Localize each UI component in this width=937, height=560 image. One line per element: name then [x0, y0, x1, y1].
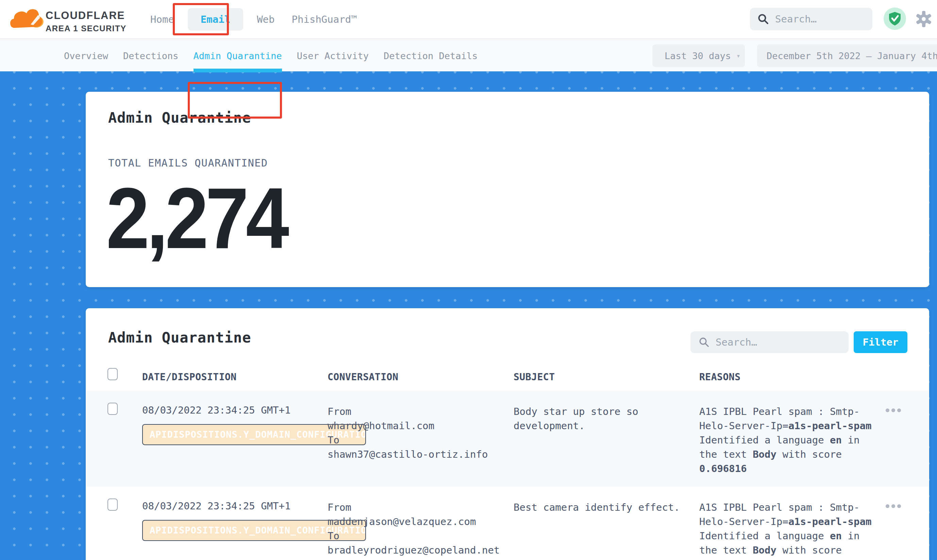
top-header: CLOUDFLARE AREA 1 SECURITY Home Email We… — [0, 0, 937, 39]
conversation-cell: From whardy@hotmail.com To shawn37@casti… — [327, 405, 511, 462]
email-section-nav: Overview Detections Admin Quarantine Use… — [0, 40, 937, 71]
column-header-conversation: CONVERSATION — [327, 371, 398, 383]
conv-from-email[interactable]: maddenjason@velazquez.com — [327, 514, 511, 529]
dotted-blue-background: Admin Quarantine TOTAL EMAILS QUARANTINE… — [0, 71, 937, 560]
subject-cell: Best camera identify effect. — [514, 500, 684, 514]
select-all-checkbox[interactable] — [108, 368, 118, 380]
total-quarantined-value: 2,274 — [106, 175, 286, 261]
tab-user-activity[interactable]: User Activity — [297, 40, 369, 72]
row-date: 08/03/2022 23:34:25 GMT+1 — [142, 500, 327, 512]
brand-text: CLOUDFLARE AREA 1 SECURITY — [46, 9, 127, 33]
row-actions-ellipsis-icon[interactable] — [886, 408, 901, 412]
total-quarantined-label: TOTAL EMAILS QUARANTINED — [108, 157, 268, 169]
protection-status-badge[interactable] — [884, 8, 906, 30]
conversation-cell: From maddenjason@velazquez.com To bradle… — [327, 500, 511, 557]
conv-to-email[interactable]: shawn37@castillo-ortiz.info — [327, 447, 511, 462]
date-range-text: December 5th 2022 — January 4th 2023 — [767, 51, 937, 61]
gear-icon[interactable] — [915, 10, 932, 28]
summary-card-title: Admin Quarantine — [108, 109, 252, 126]
nav-item-web[interactable]: Web — [253, 14, 278, 25]
row-actions-ellipsis-icon[interactable] — [886, 504, 901, 508]
filter-button[interactable]: Filter — [854, 331, 908, 353]
date-range-value[interactable]: December 5th 2022 — January 4th 2023 — [757, 45, 937, 67]
date-range-dropdown[interactable]: Last 30 days ▾ — [652, 45, 745, 67]
row-date: 08/03/2022 23:34:25 GMT+1 — [142, 405, 327, 416]
conv-from-label: From — [327, 500, 511, 514]
brand-line2: AREA 1 SECURITY — [46, 24, 127, 33]
tab-overview[interactable]: Overview — [64, 40, 108, 72]
column-header-subject: SUBJECT — [514, 371, 555, 383]
cloudflare-logo-icon — [9, 5, 43, 32]
column-header-date-disposition: DATE/DISPOSITION — [142, 371, 237, 383]
reasons-cell: A1S IPBL Pearl spam : Smtp-Helo-Server-I… — [699, 405, 874, 476]
quarantine-table-body: 08/03/2022 23:34:25 GMT+1 APIDISPOSITION… — [86, 391, 929, 560]
global-search-placeholder: Search… — [775, 13, 817, 25]
table-search-placeholder: Search… — [716, 336, 757, 348]
date-disposition-cell: 08/03/2022 23:34:25 GMT+1 APIDISPOSITION… — [142, 500, 327, 541]
shield-check-icon — [888, 11, 901, 26]
tab-admin-quarantine-label: Admin Quarantine — [193, 51, 282, 61]
date-range-dropdown-label: Last 30 days — [665, 51, 731, 61]
table-search-input[interactable]: Search… — [690, 331, 849, 353]
table-card-title: Admin Quarantine — [108, 329, 252, 346]
subnav-items: Overview Detections Admin Quarantine Use… — [64, 40, 477, 72]
app-root: CLOUDFLARE AREA 1 SECURITY Home Email We… — [0, 0, 937, 560]
brand-line1: CLOUDFLARE — [46, 9, 127, 22]
row-checkbox[interactable] — [108, 498, 118, 511]
quarantine-table-card: Admin Quarantine Search… Filter DATE/DIS… — [86, 308, 929, 560]
table-header-row: DATE/DISPOSITION CONVERSATION SUBJECT RE… — [86, 365, 929, 391]
search-icon — [699, 337, 710, 348]
tab-detections[interactable]: Detections — [123, 40, 179, 72]
subject-cell: Body star up store so development. — [514, 405, 684, 433]
table-row: 08/03/2022 23:34:25 GMT+1 APIDISPOSITION… — [86, 486, 929, 560]
tab-admin-quarantine[interactable]: Admin Quarantine — [193, 40, 282, 72]
active-tab-underline — [193, 69, 282, 72]
nav-item-email[interactable]: Email — [188, 8, 243, 31]
conv-to-email[interactable]: bradleyrodriguez@copeland.net — [327, 543, 511, 557]
conv-to-label: To — [327, 529, 511, 543]
chevron-down-icon: ▾ — [736, 52, 740, 60]
row-checkbox[interactable] — [108, 403, 118, 415]
search-icon — [758, 13, 769, 25]
quarantine-summary-card: Admin Quarantine TOTAL EMAILS QUARANTINE… — [86, 92, 929, 287]
tab-detection-details[interactable]: Detection Details — [384, 40, 477, 72]
date-disposition-cell: 08/03/2022 23:34:25 GMT+1 APIDISPOSITION… — [142, 405, 327, 445]
reasons-cell: A1S IPBL Pearl spam : Smtp-Helo-Server-I… — [699, 500, 874, 560]
conv-from-label: From — [327, 405, 511, 418]
nav-item-phishguard[interactable]: PhishGuard™ — [289, 14, 361, 25]
conv-to-label: To — [327, 433, 511, 447]
column-header-reasons: REASONS — [699, 371, 741, 383]
nav-item-home[interactable]: Home — [147, 14, 178, 25]
global-search-input[interactable]: Search… — [750, 8, 872, 30]
primary-nav: Home Email Web PhishGuard™ — [147, 0, 361, 38]
table-row: 08/03/2022 23:34:25 GMT+1 APIDISPOSITION… — [86, 391, 929, 486]
conv-from-email[interactable]: whardy@hotmail.com — [327, 418, 511, 433]
